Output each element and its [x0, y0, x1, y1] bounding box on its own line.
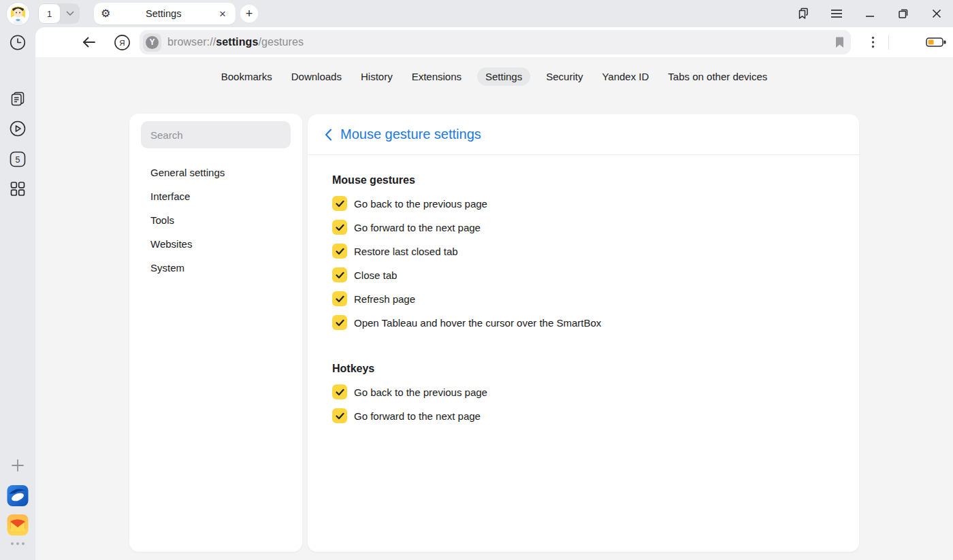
yandex-logo-icon: Я	[114, 34, 131, 51]
apps-grid-icon	[10, 181, 26, 197]
panel-header: Mouse gesture settings	[308, 114, 859, 155]
url-path: /gestures	[258, 36, 304, 48]
nav-settings[interactable]: Settings	[477, 67, 530, 86]
tab-group-count[interactable]: 1	[38, 3, 61, 24]
chevron-left-icon	[325, 129, 332, 141]
url-text[interactable]: browser://settings/gestures	[167, 36, 835, 48]
gesture-label: Go back to the previous page	[354, 198, 487, 210]
new-tab-button[interactable]: +	[240, 5, 258, 22]
nav-yandex-id[interactable]: Yandex ID	[598, 67, 652, 86]
chevron-down-icon	[66, 11, 74, 16]
gesture-row: Open Tableau and hover the cursor over t…	[332, 315, 835, 330]
gesture-label: Refresh page	[354, 293, 415, 305]
nav-history[interactable]: History	[357, 67, 396, 86]
back-arrow-icon	[82, 35, 97, 49]
kebab-menu-icon	[871, 36, 875, 48]
section-heading-mouse-gestures: Mouse gestures	[332, 174, 835, 186]
browser-scheme-icon: Y	[146, 36, 159, 49]
gesture-settings-panel: Mouse gesture settings Mouse gestures Go…	[308, 114, 859, 552]
svg-text:Я: Я	[119, 39, 125, 47]
settings-search-input[interactable]	[141, 121, 291, 148]
check-icon	[336, 412, 344, 420]
bookmark-flag-icon[interactable]	[835, 37, 844, 48]
services-rail-button[interactable]	[10, 181, 26, 197]
checkbox-checked[interactable]	[332, 244, 347, 259]
feed-rail-button[interactable]	[10, 90, 27, 108]
close-tab-icon[interactable]: ×	[216, 7, 229, 21]
svg-text:5: 5	[16, 155, 20, 165]
rail-more-button[interactable]	[10, 542, 25, 546]
browser-menu-button[interactable]	[820, 0, 853, 27]
checkbox-checked[interactable]	[332, 196, 347, 211]
check-icon	[336, 389, 344, 396]
nav-bookmarks[interactable]: Bookmarks	[218, 67, 276, 86]
check-icon	[336, 200, 344, 208]
gesture-label: Close tab	[354, 269, 397, 281]
check-icon	[336, 224, 344, 231]
back-button[interactable]	[76, 27, 102, 57]
checkbox-checked[interactable]	[332, 384, 347, 399]
page-title: Mouse gesture settings	[340, 127, 481, 142]
settings-sidebar: General settings Interface Tools Website…	[129, 114, 302, 552]
restore-button[interactable]	[886, 0, 920, 27]
section-heading-hotkeys: Hotkeys	[332, 363, 835, 375]
ellipsis-icon	[10, 542, 25, 546]
nav-security[interactable]: Security	[543, 67, 586, 86]
nav-extensions[interactable]: Extensions	[408, 67, 465, 86]
plus-icon	[12, 459, 24, 472]
yandex-disk-icon	[7, 484, 29, 507]
hamburger-menu-icon	[830, 9, 843, 18]
sidebar-item-general-settings[interactable]: General settings	[141, 161, 291, 184]
sidebar-item-system[interactable]: System	[141, 256, 291, 280]
gesture-row: Close tab	[332, 267, 835, 282]
checkbox-checked[interactable]	[332, 408, 347, 423]
yandex-mail-icon	[7, 514, 29, 536]
back-to-settings-button[interactable]	[320, 127, 336, 143]
mail-app-button[interactable]	[7, 514, 29, 536]
sidebar-item-tools[interactable]: Tools	[141, 208, 291, 232]
add-panel-button[interactable]	[12, 459, 24, 472]
video-rail-button[interactable]	[9, 120, 27, 137]
site-badge[interactable]: Y	[143, 33, 161, 52]
disk-app-button[interactable]	[7, 484, 29, 507]
url-host: settings	[216, 36, 258, 48]
hotkey-row: Go forward to the next page	[332, 408, 835, 423]
history-rail-button[interactable]	[10, 34, 27, 51]
restore-window-icon	[898, 8, 909, 19]
minimize-button[interactable]	[853, 0, 886, 27]
sidebar-item-interface[interactable]: Interface	[141, 184, 291, 208]
battery-icon	[926, 36, 946, 48]
nav-downloads[interactable]: Downloads	[288, 67, 345, 86]
checkbox-checked[interactable]	[332, 291, 347, 306]
yandex-home-button[interactable]: Я	[109, 27, 135, 57]
checkbox-checked[interactable]	[332, 267, 347, 282]
sidebar-item-websites[interactable]: Websites	[141, 232, 291, 256]
gesture-label: Open Tableau and hover the cursor over t…	[354, 317, 601, 329]
tabs-rail-button[interactable]: 5	[10, 151, 26, 167]
minimize-icon	[865, 9, 875, 18]
close-window-button[interactable]	[920, 0, 953, 27]
checkbox-checked[interactable]	[332, 220, 347, 235]
gesture-row: Go forward to the next page	[332, 220, 835, 235]
hotkey-label: Go forward to the next page	[354, 410, 481, 422]
panel-body: Mouse gestures Go back to the previous p…	[308, 155, 859, 423]
gesture-label: Go forward to the next page	[354, 222, 481, 233]
address-bar[interactable]: Y browser://settings/gestures	[140, 30, 851, 54]
url-scheme: browser://	[167, 36, 216, 48]
checkbox-checked[interactable]	[332, 315, 347, 330]
hotkey-row: Go back to the previous page	[332, 384, 835, 399]
gesture-row: Restore last closed tab	[332, 244, 835, 259]
tab-panel-button[interactable]	[786, 0, 820, 27]
gesture-row: Refresh page	[332, 291, 835, 306]
tab-counter-icon: 5	[10, 151, 26, 167]
browser-pages-nav: Bookmarks Downloads History Extensions S…	[35, 57, 953, 95]
profile-avatar[interactable]	[7, 3, 29, 25]
settings-sections-list: General settings Interface Tools Website…	[141, 161, 291, 280]
nav-tabs-other-devices[interactable]: Tabs on other devices	[664, 67, 771, 86]
active-tab[interactable]: ⚙ Settings ×	[94, 3, 236, 24]
check-icon	[336, 295, 344, 303]
browser-window: 1 ⚙ Settings × +	[0, 0, 953, 560]
tab-group: 1	[38, 3, 80, 24]
battery-saver-button[interactable]	[918, 27, 953, 57]
page-actions-button[interactable]	[858, 27, 888, 57]
